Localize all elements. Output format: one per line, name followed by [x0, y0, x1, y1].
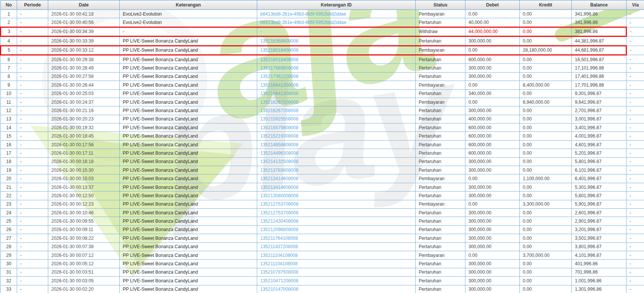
keterangan-id-link[interactable]: 135214858608008: [257, 140, 416, 149]
keterangan-id-link[interactable]: 135218018408008: [257, 55, 416, 63]
cell-status: Pertaruhan: [416, 242, 465, 251]
cell-balance: 44,381,996.87: [572, 36, 627, 46]
cell-via: -: [627, 277, 644, 285]
cell-periode: -: [17, 225, 48, 234]
keterangan-id-link[interactable]: b6413bd8-2b1e-49b3-8b5f-5952b8d2ddae: [257, 10, 416, 18]
keterangan-id-link[interactable]: 135215219308008: [257, 132, 416, 140]
cell-balance: 9,301,996.87: [572, 89, 627, 98]
cell-date: 2026-01-30 00:17:11: [48, 149, 120, 157]
keterangan-id-link[interactable]: 135218368608008: [257, 36, 416, 46]
cell-status: Pertaruhan: [416, 208, 465, 217]
cell-debet: 600,000.00: [465, 124, 520, 132]
keterangan-id-link[interactable]: 135218018408008: [257, 46, 416, 55]
keterangan-id-link[interactable]: 135213080008008: [257, 192, 416, 200]
keterangan-id-link[interactable]: b6413bd8-2b1e-49b3-8b5f-5952b8d2ddae: [257, 18, 416, 27]
keterangan-id-link[interactable]: 135213414608008: [257, 174, 416, 183]
cell-kredit: 0.00: [520, 260, 572, 268]
cell-balance: 44,681,996.87: [572, 46, 627, 55]
keterangan-id-link[interactable]: 135214132508008: [257, 157, 416, 166]
cell-balance: 4,001,996.87: [572, 132, 627, 140]
cell-debet: 300,000.00: [465, 166, 520, 174]
cell-via: -: [627, 115, 644, 123]
cell-date: 2026-01-30 00:16:18: [48, 157, 120, 166]
cell-periode: -: [17, 46, 48, 55]
cell-periode: -: [17, 251, 48, 259]
cell-no: 27: [1, 234, 17, 242]
cell-debet: 0.00: [465, 251, 520, 259]
cell-no: 32: [1, 277, 17, 285]
cell-via: -: [627, 64, 644, 72]
keterangan-id-link[interactable]: 135212753708008: [257, 208, 416, 217]
table-row: 18-2026-01-30 00:16:18PP LIVE-Sweet Bona…: [1, 157, 644, 166]
keterangan-id-link[interactable]: 135211104108008: [257, 251, 416, 259]
cell-via: -: [627, 251, 644, 259]
keterangan-id-link[interactable]: 135216641308008: [257, 81, 416, 89]
keterangan-id-link[interactable]: 135212430408008: [257, 217, 416, 225]
keterangan-id-link[interactable]: 135216267208008: [257, 98, 416, 106]
keterangan-id-link[interactable]: 135210471208008: [257, 277, 416, 285]
cell-periode: -: [17, 260, 48, 268]
cell-balance: 401,996.86: [572, 260, 627, 268]
cell-status: Pertaruhan: [416, 72, 465, 81]
keterangan-id-link[interactable]: 135213414608008: [257, 183, 416, 191]
cell-no: 30: [1, 260, 17, 268]
keterangan-id-link[interactable]: 135215925508008: [257, 115, 416, 123]
cell-via: -: [627, 225, 644, 234]
column-header-periode: Periode: [17, 0, 48, 10]
cell-via: -: [627, 36, 644, 46]
cell-periode: -: [17, 106, 48, 115]
column-header-date: Date: [48, 0, 120, 10]
cell-status: Pertaruhan: [416, 192, 465, 200]
keterangan-id-link[interactable]: 135212096808008: [257, 225, 416, 234]
keterangan-id-link[interactable]: 135211104108008: [257, 260, 416, 268]
cell-kredit: 0.00: [520, 183, 572, 191]
cell-date: 2026-01-30 00:28:49: [48, 64, 120, 72]
cell-keterangan: PP LIVE-Sweet Bonanza CandyLand: [120, 115, 257, 123]
keterangan-id-link[interactable]: 135212753708008: [257, 200, 416, 208]
keterangan-id-link[interactable]: 135215575608008: [257, 124, 416, 132]
cell-date: 2026-01-30 00:40:56: [48, 18, 120, 27]
keterangan-id-link[interactable]: 135211437208008: [257, 242, 416, 251]
cell-no: 12: [1, 106, 17, 115]
cell-kredit: 0.00: [520, 27, 572, 36]
keterangan-id-link[interactable]: 135217689808008: [257, 64, 416, 72]
cell-date: 2026-01-30 00:33:39: [48, 36, 120, 46]
cell-no: 3: [1, 27, 17, 36]
cell-via: -: [627, 166, 644, 174]
keterangan-id-link[interactable]: 135211764108008: [257, 234, 416, 242]
cell-date: 2026-01-30 00:12:23: [48, 200, 120, 208]
cell-date: 2026-01-30 00:08:22: [48, 234, 120, 242]
keterangan-id-link[interactable]: 135210787508008: [257, 268, 416, 276]
keterangan-id-link[interactable]: 135217362208008: [257, 72, 416, 81]
cell-balance: 5,601,996.87: [572, 192, 627, 200]
keterangan-id-link[interactable]: 135213783808008: [257, 166, 416, 174]
cell-keterangan: PP LIVE-Sweet Bonanza CandyLand: [120, 192, 257, 200]
cell-keterangan: PP LIVE-Sweet Bonanza CandyLand: [120, 285, 257, 293]
table-row: 20-2026-01-30 00:15:03PP LIVE-Sweet Bona…: [1, 174, 644, 183]
cell-balance: 17,401,996.86: [572, 72, 627, 81]
cell-no: 23: [1, 200, 17, 208]
keterangan-id-link[interactable]: 135214496308008: [257, 149, 416, 157]
cell-debet: 300,000.00: [465, 285, 520, 293]
cell-no: 18: [1, 157, 17, 166]
keterangan-id-link[interactable]: 135216267208008: [257, 106, 416, 115]
table-row: 26-2026-01-30 00:09:11PP LIVE-Sweet Bona…: [1, 225, 644, 234]
cell-debet: 300,000.00: [465, 157, 520, 166]
cell-no: 7: [1, 64, 17, 72]
keterangan-id-link[interactable]: 135216641308008: [257, 89, 416, 98]
cell-periode: -: [17, 192, 48, 200]
cell-date: 2026-01-30 00:15:03: [48, 174, 120, 183]
cell-keterangan: PP LIVE-Sweet Bonanza CandyLand: [120, 106, 257, 115]
cell-status: Pertaruhan: [416, 268, 465, 276]
cell-via: -: [627, 149, 644, 157]
cell-keterangan: PP LIVE-Sweet Bonanza CandyLand: [120, 55, 257, 63]
cell-via: -: [627, 140, 644, 149]
cell-status: Pertaruhan: [416, 18, 465, 27]
table-row: 24-2026-01-30 00:10:46PP LIVE-Sweet Bona…: [1, 208, 644, 217]
cell-no: 22: [1, 192, 17, 200]
column-header-kredit: Kredit: [520, 0, 572, 10]
cell-periode: -: [17, 64, 48, 72]
cell-balance: 4,601,996.87: [572, 140, 627, 149]
cell-via: -: [627, 174, 644, 183]
keterangan-id-link[interactable]: 135210147008008: [257, 285, 416, 293]
